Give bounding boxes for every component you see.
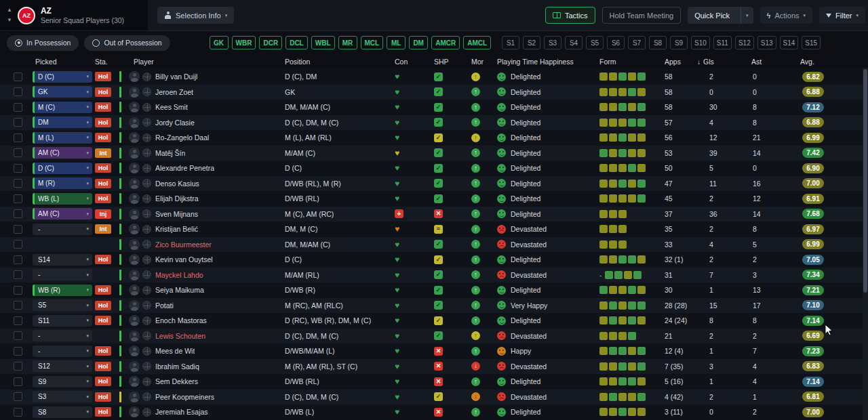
slot-filter-s9[interactable]: S9 — [670, 36, 688, 49]
position-filter-ml[interactable]: ML — [387, 36, 406, 49]
player-name[interactable]: Kristijan Belić — [155, 225, 198, 233]
position-filter-amcl[interactable]: AMCL — [463, 36, 491, 49]
player-name[interactable]: Denso Kasius — [155, 180, 199, 188]
quick-pick-button[interactable]: Quick Pick ▾ — [688, 7, 753, 24]
picked-dropdown[interactable]: S8▾ — [33, 406, 92, 418]
row-checkbox[interactable] — [14, 148, 22, 157]
player-name[interactable]: Billy van Duijl — [155, 72, 197, 81]
table-row[interactable]: WB (R)▾HolSeiya MaikumaD/WB (R)♥✓↑Deligh… — [0, 282, 868, 298]
slot-filter-s13[interactable]: S13 — [757, 36, 776, 49]
table-row[interactable]: S11▾HolEnoch MastorasD (RC), WB (R), DM,… — [0, 313, 868, 329]
table-row[interactable]: S14▾HolKevin van OuytselD (C)♥✓↑Delighte… — [0, 252, 868, 268]
player-name[interactable]: Mayckel Lahdo — [155, 271, 203, 279]
slot-filter-s15[interactable]: S15 — [802, 36, 821, 49]
picked-dropdown[interactable]: AM (C)▾ — [33, 208, 92, 219]
row-checkbox[interactable] — [14, 164, 22, 173]
row-checkbox[interactable] — [14, 408, 22, 417]
table-row[interactable]: AM (C)▾IntMatěj ŠínM/AM (C)♥✓↑Delighted5… — [0, 146, 868, 161]
column-header-con[interactable]: Con — [392, 54, 430, 69]
table-row[interactable]: D (C)▾HolAlexandre PenetraD (C)♥✓↑Deligh… — [0, 161, 868, 176]
table-row[interactable]: DM▾HolJordy ClasieD (C), DM, M (C)♥✓↑Del… — [0, 115, 868, 131]
picked-dropdown[interactable]: -▾ — [33, 224, 92, 235]
column-header-player[interactable]: Player — [123, 54, 285, 69]
position-filter-dcr[interactable]: DCR — [259, 36, 282, 49]
picked-dropdown[interactable]: -▾ — [33, 330, 92, 341]
row-checkbox[interactable] — [14, 347, 22, 356]
picked-dropdown[interactable]: WB (L)▾ — [33, 193, 92, 205]
picked-dropdown[interactable]: WB (R)▾ — [33, 285, 92, 296]
scrollbar-thumb[interactable] — [863, 69, 867, 293]
slot-filter-s14[interactable]: S14 — [780, 36, 799, 49]
vertical-scrollbar[interactable] — [863, 68, 868, 420]
player-name[interactable]: Alexandre Penetra — [155, 164, 214, 172]
slot-filter-s3[interactable]: S3 — [544, 36, 561, 49]
row-checkbox[interactable] — [14, 331, 22, 340]
row-checkbox[interactable] — [14, 316, 22, 325]
row-checkbox[interactable] — [14, 362, 22, 371]
position-filter-mr[interactable]: MR — [338, 36, 357, 49]
player-name[interactable]: Enoch Mastoras — [155, 316, 207, 324]
tactics-button[interactable]: Tactics — [545, 7, 595, 24]
row-checkbox[interactable] — [14, 392, 22, 401]
column-header-mor[interactable]: Mor — [468, 54, 497, 69]
row-checkbox[interactable] — [14, 209, 22, 218]
picked-dropdown[interactable]: D (C)▾ — [33, 163, 92, 174]
row-checkbox[interactable] — [14, 103, 22, 112]
slot-filter-s5[interactable]: S5 — [586, 36, 604, 49]
tab-out-of-possession[interactable]: Out of Possession — [84, 35, 170, 51]
table-row[interactable]: S12▾HolIbrahim SadiqM (R), AM (RL), ST (… — [0, 359, 868, 375]
row-checkbox[interactable] — [14, 301, 22, 310]
row-checkbox[interactable] — [14, 377, 22, 386]
player-name[interactable]: Sem Dekkers — [155, 377, 198, 385]
quick-pick-dropdown[interactable]: ▾ — [741, 7, 753, 24]
row-checkbox[interactable] — [14, 87, 22, 96]
player-name[interactable]: Matěj Šín — [155, 149, 185, 157]
row-checkbox[interactable] — [14, 255, 22, 264]
picked-dropdown[interactable]: S3▾ — [33, 391, 92, 402]
table-row[interactable]: M (L)▾HolRo-Zangelo DaalM (L), AM (RL)♥✓… — [0, 130, 868, 146]
slot-filter-s7[interactable]: S7 — [628, 36, 646, 49]
position-filter-gk[interactable]: GK — [210, 36, 229, 49]
row-checkbox[interactable] — [14, 194, 22, 203]
row-checkbox[interactable] — [14, 133, 22, 142]
slot-filter-s8[interactable]: S8 — [649, 36, 667, 49]
position-filter-wbl[interactable]: WBL — [311, 36, 335, 49]
player-name[interactable]: Kees Smit — [155, 103, 188, 111]
picked-dropdown[interactable]: S14▾ — [33, 254, 92, 266]
table-row[interactable]: D (C)▾HolBilly van DuijlD (C), DM♥✓↑Deli… — [0, 69, 868, 85]
picked-dropdown[interactable]: S12▾ — [33, 360, 92, 372]
selection-info-button[interactable]: Selection Info ▾ — [157, 7, 234, 24]
table-row[interactable]: S5▾HolPotatiM (RC), AM (RLC)♥✓↑Very Happ… — [0, 298, 868, 314]
picked-dropdown[interactable]: AM (C)▾ — [33, 147, 92, 159]
picked-dropdown[interactable]: S11▾ — [33, 315, 92, 327]
column-header-picked[interactable]: Picked — [30, 54, 92, 69]
column-header-form[interactable]: Form — [599, 54, 665, 69]
column-header-apps[interactable]: Apps — [665, 54, 697, 69]
row-checkbox[interactable] — [14, 270, 22, 279]
player-name[interactable]: Potati — [155, 301, 174, 310]
player-name[interactable]: Ibrahim Sadiq — [155, 362, 199, 371]
picked-dropdown[interactable]: GK▾ — [33, 86, 92, 98]
player-name[interactable]: Ro-Zangelo Daal — [155, 133, 209, 142]
row-checkbox[interactable] — [14, 118, 22, 127]
slot-filter-s2[interactable]: S2 — [523, 36, 540, 49]
player-name[interactable]: Kevin van Ouytsel — [155, 255, 213, 264]
column-header-shp[interactable]: SHP — [430, 54, 468, 69]
player-name[interactable]: Jordy Clasie — [155, 119, 195, 127]
position-filter-mcl[interactable]: MCL — [361, 36, 384, 49]
slot-filter-s1[interactable]: S1 — [502, 36, 519, 49]
picked-dropdown[interactable]: M (L)▾ — [33, 132, 92, 144]
column-header-happiness[interactable]: Playing Time Happiness — [497, 54, 599, 69]
chevron-down-icon[interactable]: ▼ — [7, 18, 12, 23]
picked-dropdown[interactable]: -▾ — [33, 345, 92, 357]
column-header-ast[interactable]: Ast — [750, 54, 799, 69]
player-name[interactable]: Zico Buurmeester — [155, 240, 212, 249]
tab-in-possession[interactable]: In Possession — [7, 35, 79, 51]
column-header-gls[interactable]: ↓ Gls — [697, 54, 750, 69]
player-name[interactable]: Jeroen Zoet — [155, 88, 193, 96]
picked-dropdown[interactable]: D (C)▾ — [33, 71, 92, 83]
picked-dropdown[interactable]: -▾ — [33, 269, 92, 280]
picked-dropdown[interactable]: DM▾ — [33, 117, 92, 128]
slot-filter-s10[interactable]: S10 — [691, 36, 710, 49]
slot-filter-s11[interactable]: S11 — [713, 36, 732, 49]
